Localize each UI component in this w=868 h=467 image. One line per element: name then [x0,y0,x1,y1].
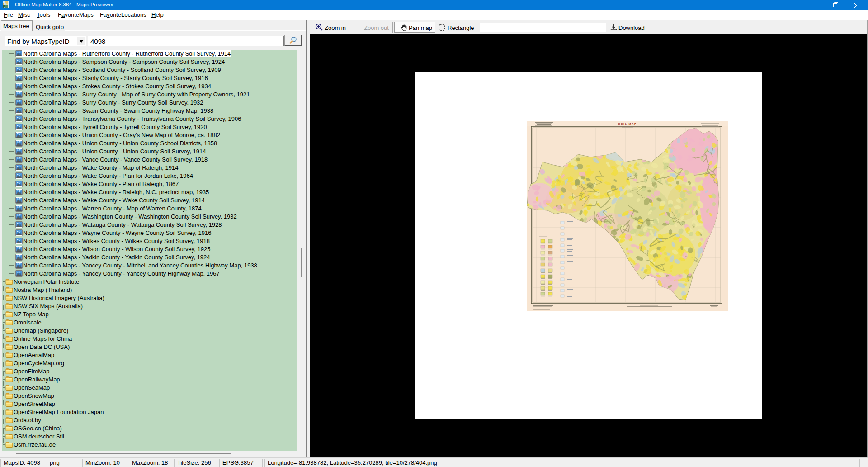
svg-text:SOIL MAP: SOIL MAP [618,123,637,125]
